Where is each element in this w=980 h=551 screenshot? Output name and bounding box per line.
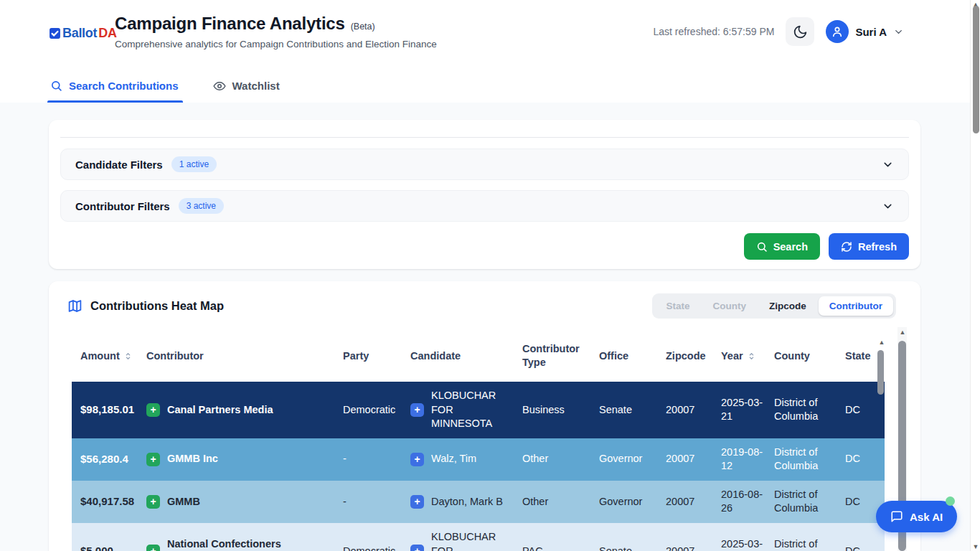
moon-icon [793, 24, 808, 39]
logo-text-da: DA [98, 26, 116, 41]
user-name: Suri A [855, 26, 887, 38]
refresh-button-label: Refresh [858, 241, 897, 253]
add-candidate-button[interactable]: + [410, 453, 424, 466]
filter-accordions: Candidate Filters1 activeContributor Fil… [49, 149, 920, 222]
eye-icon [213, 80, 226, 93]
contributor-name: GMMB [167, 495, 200, 509]
contributor-cell: +GMMB Inc [146, 438, 343, 481]
contributor-type-cell: PAC [522, 523, 599, 551]
year-cell: 2025-03-21 [721, 523, 774, 551]
county-cell: District of Columbia [774, 523, 845, 551]
beta-tag: (Beta) [351, 22, 375, 32]
office-cell: Senate [599, 523, 666, 551]
candidate-cell: +Walz, Tim [410, 438, 522, 481]
candidate-cell: +KLOBUCHAR FOR MINNESOTA [410, 523, 522, 551]
year-cell: 2025-03-21 [721, 382, 774, 438]
refresh-icon [841, 241, 852, 253]
filter-accordion-contributor[interactable]: Contributor Filters3 active [60, 190, 909, 222]
add-candidate-button[interactable]: + [410, 495, 424, 509]
contributor-type-cell: Other [522, 438, 599, 481]
last-refreshed-text: Last refreshed: 6:57:59 PM [654, 26, 775, 37]
column-header-zipcode: Zipcode [666, 330, 721, 382]
mode-option-contributor[interactable]: Contributor [819, 296, 893, 316]
column-header-county: County [774, 330, 845, 382]
add-contributor-button[interactable]: + [146, 495, 160, 509]
tab-watchlist[interactable]: Watchlist [212, 69, 281, 103]
tab-label: Search Contributions [69, 80, 179, 92]
heatmap-card: Contributions Heat Map StateCountyZipcod… [49, 281, 920, 551]
chevron-down-icon [882, 200, 894, 212]
office-cell: Senate [599, 382, 666, 438]
amount-cell: $40,917.58 [72, 481, 146, 523]
zipcode-cell: 20007 [666, 481, 721, 523]
main-tabs: Search Contributions Watchlist [49, 69, 281, 103]
user-menu[interactable]: Suri A [826, 20, 904, 43]
filter-actions: Search Refresh [60, 233, 909, 260]
year-cell: 2019-08-12 [721, 438, 774, 481]
amount-cell: $56,280.4 [72, 438, 146, 481]
add-candidate-button[interactable]: + [410, 403, 424, 417]
map-mode-toggle: StateCountyZipcodeContributor [652, 293, 896, 319]
sort-icon [747, 352, 756, 361]
page-subtitle: Comprehensive analytics for Campaign Con… [115, 39, 437, 50]
candidate-name: KLOBUCHAR FOR MINNESOTA [431, 530, 512, 551]
filter-accordion-candidate[interactable]: Candidate Filters1 active [60, 149, 909, 180]
table-scrollbar[interactable]: ▲ [877, 339, 884, 453]
party-cell: - [343, 481, 410, 523]
column-header-year[interactable]: Year [721, 330, 774, 382]
table-row: $5,000+National Confectioners Associatio… [72, 523, 885, 551]
contributor-name: National Confectioners Association of th… [167, 537, 333, 551]
contributions-table: AmountContributorPartyCandidateContribut… [72, 330, 885, 551]
map-icon [67, 298, 83, 314]
state-cell: DC [845, 523, 885, 551]
contributor-type-cell: Business [522, 382, 599, 438]
page-scrollbar[interactable]: ▲ ▼ [970, 0, 980, 551]
ballot-check-icon [49, 27, 61, 39]
search-button[interactable]: Search [744, 233, 820, 260]
filters-card: Candidate Filters1 activeContributor Fil… [49, 120, 920, 269]
ask-ai-label: Ask AI [910, 511, 943, 523]
add-contributor-button[interactable]: + [146, 403, 160, 417]
search-icon [756, 241, 768, 253]
table-header-row: AmountContributorPartyCandidateContribut… [72, 330, 885, 382]
refresh-button[interactable]: Refresh [829, 233, 909, 260]
contributor-cell: +Canal Partners Media [146, 382, 343, 438]
zipcode-cell: 20007 [666, 523, 721, 551]
page-title: Campaign Finance Analytics [115, 14, 345, 34]
county-cell: District of Columbia [774, 382, 845, 438]
table-row: $98,185.01+Canal Partners MediaDemocrati… [72, 382, 885, 438]
column-header-candidate: Candidate [410, 330, 522, 382]
contributor-cell: +National Confectioners Association of t… [146, 523, 343, 551]
party-cell: Democratic [343, 382, 410, 438]
add-candidate-button[interactable]: + [410, 545, 424, 551]
chat-icon [890, 510, 903, 523]
contributor-cell: +GMMB [146, 481, 343, 523]
candidate-cell: +Dayton, Mark B [410, 481, 522, 523]
filter-label: Candidate Filters [75, 159, 163, 171]
divider [60, 137, 909, 138]
header-right-cluster: Last refreshed: 6:57:59 PM Suri A [654, 17, 905, 46]
app-header: Ballot DA Campaign Finance Analytics (Be… [0, 0, 970, 103]
party-cell: Democratic [343, 523, 410, 551]
title-block: Campaign Finance Analytics (Beta) Compre… [115, 14, 437, 50]
app-window: Ballot DA Campaign Finance Analytics (Be… [0, 0, 980, 551]
tab-label: Watchlist [232, 80, 280, 92]
add-contributor-button[interactable]: + [146, 453, 160, 466]
add-contributor-button[interactable]: + [146, 545, 160, 551]
dark-mode-toggle-button[interactable] [786, 17, 814, 46]
county-cell: District of Columbia [774, 481, 845, 523]
search-button-label: Search [773, 241, 808, 253]
candidate-cell: +KLOBUCHAR FOR MINNESOTA [410, 382, 522, 438]
county-cell: District of Columbia [774, 438, 845, 481]
avatar [826, 20, 849, 43]
tab-search-contributions[interactable]: Search Contributions [49, 69, 180, 103]
candidate-name: Walz, Tim [431, 452, 476, 466]
mode-option-zipcode[interactable]: Zipcode [758, 296, 817, 316]
column-header-amount[interactable]: Amount [72, 330, 146, 382]
user-icon [831, 25, 844, 38]
ask-ai-button[interactable]: Ask AI [876, 501, 957, 532]
party-cell: - [343, 438, 410, 481]
candidate-name: Dayton, Mark B [431, 495, 503, 509]
chevron-down-icon [893, 27, 904, 37]
logo-text-ballot: Ballot [62, 26, 97, 41]
